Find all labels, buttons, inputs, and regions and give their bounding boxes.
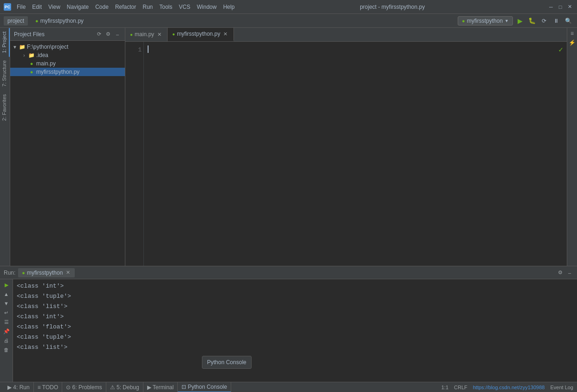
editor-tabs: ● main.py ✕ ● myfirsstpython.py ✕: [125, 28, 567, 42]
menu-edit[interactable]: Edit: [29, 3, 45, 11]
maximize-button[interactable]: □: [557, 3, 564, 11]
main-content: 1: Project 7: Structure 2: Favorites Pro…: [0, 28, 577, 266]
folder-icon-root: 📁: [19, 44, 26, 50]
project-file-tab[interactable]: ● myfirsstpython.py: [32, 16, 87, 26]
tab-icon-main: ●: [130, 32, 133, 37]
run-config-selector[interactable]: ● myfirsstpython ▼: [458, 16, 513, 26]
print-btn[interactable]: 🖨: [3, 337, 10, 344]
console-line-6: <class 'tuple'>: [17, 332, 573, 342]
scroll-down-btn[interactable]: ▼: [3, 300, 10, 307]
panel-settings-button[interactable]: ⚙: [104, 31, 112, 38]
dropdown-icon: ▼: [505, 19, 509, 23]
tab-icon-myfirst: ●: [172, 32, 175, 37]
right-tools: ≡ ⚡: [567, 28, 577, 266]
run-tab-close[interactable]: ✕: [65, 270, 71, 276]
toolbar-right: ● myfirsstpython ▼ ▶ 🐛 ⟳ ⏸ 🔍: [458, 16, 573, 26]
bottom-panel: Run: ● myfirsstpython ✕ ⚙ – ▶ ▲ ▼ ↵ ☰ 📌 …: [0, 266, 577, 382]
status-right: 1:1 CRLF https://blog.csdn.net/zyy130988…: [441, 385, 573, 390]
tab-terminal[interactable]: ▶ Terminal: [143, 382, 178, 392]
editor-content: 1 ✓: [125, 42, 567, 266]
bottom-tools-left: ▶ ▲ ▼ ↵ ☰ 📌 🖨 🗑: [0, 279, 13, 382]
tab-main-py[interactable]: ● main.py ✕: [125, 28, 168, 41]
tree-arrow-idea: ›: [21, 52, 27, 58]
tree-label-main: main.py: [36, 60, 56, 67]
menu-navigate[interactable]: Navigate: [64, 3, 91, 11]
tab-problems[interactable]: ⊙ 6: Problems: [62, 382, 106, 392]
panel-title: Project Files: [14, 31, 93, 38]
run-play-btn[interactable]: ▶: [3, 281, 10, 289]
filter-btn[interactable]: ☰: [3, 318, 10, 326]
editor-area: ● main.py ✕ ● myfirsstpython.py ✕ 1 ✓: [125, 28, 567, 266]
run-tab-icon: ●: [22, 270, 25, 276]
sidebar-item-project[interactable]: 1: Project: [0, 28, 10, 57]
tab-close-main[interactable]: ✕: [156, 31, 162, 38]
menu-run[interactable]: Run: [140, 3, 156, 11]
panel-collapse-button[interactable]: –: [114, 31, 121, 38]
event-log[interactable]: Event Log: [550, 385, 573, 390]
status-url[interactable]: https://blog.csdn.net/zyy130988: [473, 385, 545, 390]
tree-label-root: F:\python\project: [27, 44, 68, 50]
wrap-btn[interactable]: ↵: [3, 309, 10, 316]
menu-view[interactable]: View: [45, 3, 63, 11]
run-tab[interactable]: ● myfirsstpython ✕: [18, 268, 75, 277]
python-console-tooltip: Python Console: [202, 356, 252, 369]
console-output: <class 'int'> <class 'tuple'> <class 'li…: [13, 279, 577, 382]
title-bar: PC File Edit View Navigate Code Refactor…: [0, 0, 577, 14]
console-line-4: <class 'int'>: [17, 312, 573, 322]
console-line-5: <class 'float'>: [17, 322, 573, 332]
bottom-content: ▶ ▲ ▼ ↵ ☰ 📌 🖨 🗑 <class 'int'> <class 'tu…: [0, 279, 577, 382]
menu-tools[interactable]: Tools: [156, 3, 175, 11]
minimize-button[interactable]: ─: [547, 3, 555, 11]
text-cursor: [148, 45, 149, 53]
trash-btn[interactable]: 🗑: [3, 346, 10, 353]
right-tool-1[interactable]: ≡: [569, 30, 576, 37]
console-line-2: <class 'tuple'>: [17, 291, 573, 302]
close-button[interactable]: ✕: [566, 3, 573, 11]
debug-button[interactable]: 🐛: [527, 16, 537, 26]
window-title: project - myfirsstpython.py: [237, 4, 547, 10]
scroll-up-btn[interactable]: ▲: [3, 290, 10, 298]
bottom-right-btns: ⚙ –: [557, 269, 573, 276]
menu-window[interactable]: Window: [194, 3, 220, 11]
bottom-toolbar: Run: ● myfirsstpython ✕ ⚙ –: [0, 266, 577, 279]
project-tab[interactable]: project: [4, 16, 28, 26]
status-bar: ▶ 4: Run ≡ TODO ⊙ 6: Problems ⚠ 5: Debug…: [0, 382, 577, 392]
py-icon-myfile: ●: [28, 69, 35, 75]
tree-item-myfile[interactable]: › ● myfirsstpython.py: [10, 68, 125, 76]
right-tool-2[interactable]: ⚡: [569, 39, 576, 46]
console-line-1: <class 'int'>: [17, 281, 573, 291]
tab-debug[interactable]: ⚠ 5: Debug: [106, 382, 143, 392]
menu-code[interactable]: Code: [92, 3, 111, 11]
left-sidebar: 1: Project 7: Structure 2: Favorites: [0, 28, 10, 266]
tab-close-myfirst[interactable]: ✕: [222, 31, 229, 37]
bottom-settings-button[interactable]: ⚙: [557, 269, 564, 276]
menu-refactor[interactable]: Refactor: [112, 3, 139, 11]
py-file-icon: ●: [35, 18, 39, 24]
bottom-close-button[interactable]: –: [566, 269, 573, 276]
editor-checkmark: ✓: [558, 45, 563, 55]
search-button[interactable]: 🔍: [563, 16, 573, 26]
folder-icon-idea: 📁: [28, 52, 35, 58]
tab-run[interactable]: ▶ 4: Run: [4, 382, 34, 392]
tree-label-idea: .idea: [36, 52, 48, 58]
menu-vcs[interactable]: VCS: [176, 3, 193, 11]
run-config-icon: ●: [462, 18, 465, 24]
panel-sync-button[interactable]: ⟳: [95, 31, 103, 38]
pin-btn[interactable]: 📌: [3, 328, 10, 335]
profile-button[interactable]: ⏸: [551, 16, 561, 26]
sidebar-item-favorites[interactable]: 2: Favorites: [0, 90, 10, 124]
tree-item-root[interactable]: ▼ 📁 F:\python\project: [10, 43, 125, 51]
tab-myfirst-py[interactable]: ● myfirsstpython.py ✕: [168, 28, 233, 41]
tab-todo[interactable]: ≡ TODO: [34, 382, 63, 392]
tab-python-console[interactable]: ⊡ Python Console: [178, 382, 231, 392]
tree-item-idea[interactable]: › 📁 .idea: [10, 51, 125, 59]
sidebar-item-structure[interactable]: 7: Structure: [0, 57, 10, 90]
menu-help[interactable]: Help: [220, 3, 238, 11]
menu-file[interactable]: File: [14, 3, 28, 11]
coverage-button[interactable]: ⟳: [539, 16, 549, 26]
run-button[interactable]: ▶: [515, 16, 525, 26]
tree-item-main[interactable]: › ● main.py: [10, 59, 125, 68]
project-panel: Project Files ⟳ ⚙ – ▼ 📁 F:\python\projec…: [10, 28, 125, 266]
code-editor[interactable]: ✓: [144, 42, 567, 266]
bottom-tabs: ▶ 4: Run ≡ TODO ⊙ 6: Problems ⚠ 5: Debug…: [4, 382, 231, 392]
